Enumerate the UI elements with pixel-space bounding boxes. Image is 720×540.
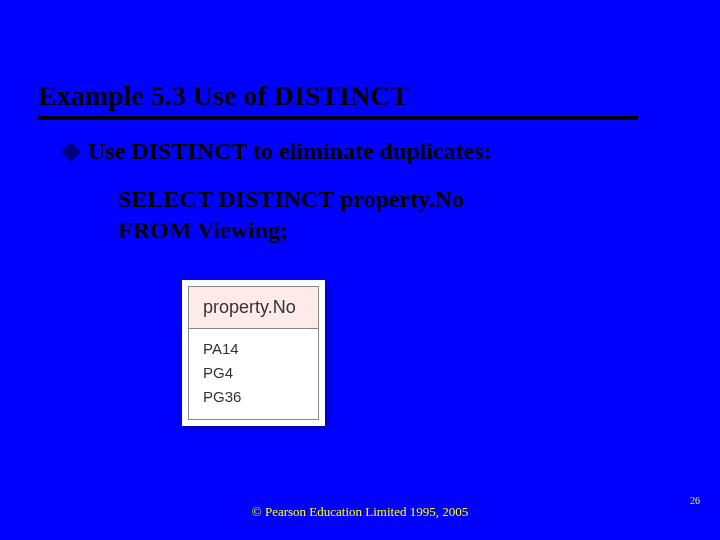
page-number: 26 bbox=[690, 495, 700, 506]
table-row: PG36 bbox=[203, 385, 304, 409]
footer-copyright: © Pearson Education Limited 1995, 2005 bbox=[0, 504, 720, 520]
table-body-cell: PA14 PG4 PG36 bbox=[189, 329, 318, 419]
title-underline bbox=[38, 116, 638, 120]
result-table-inner: property.No PA14 PG4 PG36 bbox=[188, 286, 319, 420]
table-row: PA14 bbox=[203, 337, 304, 361]
sql-line-2: FROM Viewing; bbox=[118, 215, 464, 246]
sql-line-1: SELECT DISTINCT property.No bbox=[118, 184, 464, 215]
result-table: property.No PA14 PG4 PG36 bbox=[182, 280, 325, 426]
bullet-row: Use DISTINCT to eliminate duplicates: bbox=[64, 138, 492, 165]
bullet-text: Use DISTINCT to eliminate duplicates: bbox=[88, 138, 492, 165]
slide-title-block: Example 5.3 Use of DISTINCT bbox=[38, 80, 670, 120]
table-row: PG4 bbox=[203, 361, 304, 385]
sql-code-block: SELECT DISTINCT property.No FROM Viewing… bbox=[118, 184, 464, 246]
table-header-cell: property.No bbox=[189, 287, 318, 329]
diamond-bullet-icon bbox=[61, 142, 81, 162]
slide-title: Example 5.3 Use of DISTINCT bbox=[38, 80, 670, 112]
